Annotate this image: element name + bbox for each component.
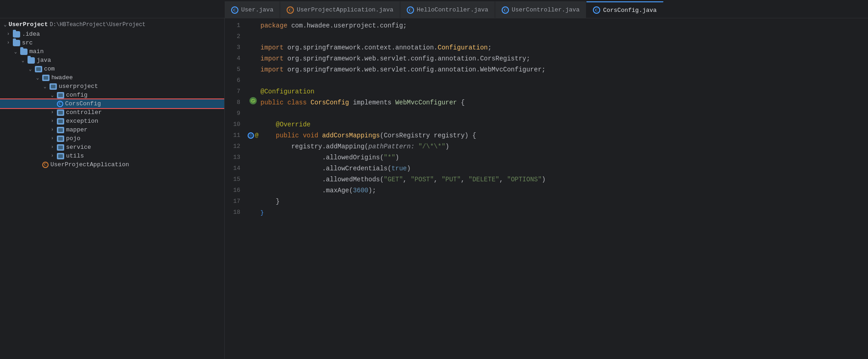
line-content-17: } (259, 196, 868, 207)
tree-item-exception[interactable]: › exception (0, 117, 224, 125)
tab-userproject[interactable]: C UserProjectApplication.java (280, 1, 400, 18)
tree-label-java: java (37, 57, 51, 64)
line-content-8: public class CorsConfig implements WebMv… (259, 97, 868, 108)
project-header: ⌄ UserProject D:\HBTeachProject\UserProj… (0, 20, 224, 29)
line-num-2: 2 (225, 31, 248, 42)
tree-label-src: src (22, 39, 33, 46)
pkg-icon-exception (57, 118, 64, 125)
tree-item-hwadee[interactable]: ⌄ hwadee (0, 73, 224, 82)
line-content-4: import org.springframework.web.servlet.c… (259, 53, 868, 64)
gutter-11: ↑ @ (248, 130, 259, 141)
line-num-8: 8 (225, 97, 248, 108)
code-line-11: 11 ↑ @ public void addCorsMappings(CorsR… (225, 130, 868, 141)
code-line-10: 10 @Override (225, 119, 868, 130)
tree-item-config[interactable]: ⌄ config (0, 91, 224, 99)
line-num-11: 11 (225, 130, 248, 141)
folder-icon-java (28, 57, 35, 64)
override-gutter-icon: ↑ (248, 132, 254, 139)
chevron-mapper: › (50, 127, 55, 132)
tree-label-exception: exception (66, 118, 98, 125)
code-line-5: 5 import org.springframework.web.servlet… (225, 64, 868, 75)
code-line-14: 14 .allowCredentials(true) (225, 163, 868, 174)
project-chevron[interactable]: ⌄ (4, 22, 7, 27)
bean-gutter-icon (249, 97, 257, 104)
line-num-9: 9 (225, 108, 248, 119)
line-content-18: } (259, 207, 868, 218)
code-line-8: 8 public class CorsConfig implements Web… (225, 97, 868, 108)
line-content-13: .allowedOrigins("*") (259, 152, 868, 163)
chevron-java: ⌄ (20, 58, 26, 63)
tab-corsconfig[interactable]: C CorsConfig.java (586, 1, 663, 18)
tab-user[interactable]: C User.java (225, 1, 280, 18)
pkg-icon-mapper (57, 127, 64, 133)
tree-label-mapper: mapper (66, 126, 88, 133)
tab-label-userproject: UserProjectApplication.java (297, 6, 393, 13)
line-num-1: 1 (225, 20, 248, 31)
editor[interactable]: 1 package com.hwadee.userproject.config;… (225, 18, 868, 359)
tree-label-hwadee: hwadee (51, 74, 73, 81)
code-line-4: 4 import org.springframework.web.servlet… (225, 53, 868, 64)
tree-item-main[interactable]: ⌄ main (0, 47, 224, 56)
code-line-13: 13 .allowedOrigins("*") (225, 152, 868, 163)
tree-item-corsconfig[interactable]: C CorsConfig (0, 99, 224, 108)
sidebar: ⌄ UserProject D:\HBTeachProject\UserProj… (0, 18, 225, 359)
chevron-main: ⌄ (13, 49, 18, 54)
pkg-icon-userproject (50, 83, 57, 90)
tab-icon-corsconfig: C (593, 6, 600, 14)
line-num-16: 16 (225, 185, 248, 196)
tree-label-service: service (66, 144, 91, 151)
tree-item-userprojectapp[interactable]: C UserProjectApplication (0, 160, 224, 169)
tree-item-src[interactable]: › src (0, 38, 224, 47)
pkg-icon-controller (57, 109, 64, 116)
tree-label-pojo: pojo (66, 135, 80, 142)
chevron-utils: › (50, 153, 55, 158)
at-gutter-symbol: @ (255, 130, 259, 141)
tree-label-userprojectapp: UserProjectApplication (50, 161, 129, 168)
line-num-15: 15 (225, 174, 248, 185)
tab-icon-hello: C (407, 6, 414, 14)
line-num-18: 18 (225, 207, 248, 218)
tab-label-hello: HelloController.java (417, 6, 488, 13)
tree-item-pojo[interactable]: › pojo (0, 134, 224, 143)
chevron-idea: › (6, 32, 11, 37)
line-num-6: 6 (225, 75, 248, 86)
tree-item-idea[interactable]: › .idea (0, 30, 224, 38)
main-area: ⌄ UserProject D:\HBTeachProject\UserProj… (0, 18, 868, 359)
line-num-12: 12 (225, 141, 248, 152)
line-content-5: import org.springframework.web.servlet.c… (259, 64, 868, 75)
pkg-icon-com (35, 66, 42, 72)
pkg-icon-utils (57, 153, 64, 159)
tree-item-java[interactable]: ⌄ java (0, 56, 224, 65)
code-line-17: 17 } (225, 196, 868, 207)
tab-usercontroller[interactable]: C UserController.java (495, 1, 586, 18)
chevron-hwadee: ⌄ (35, 75, 40, 81)
tree-label-idea: .idea (22, 31, 40, 38)
code-line-12: 12 registry.addMapping(pathPattern: "/\*… (225, 141, 868, 152)
tree-item-com[interactable]: ⌄ com (0, 65, 224, 73)
code-line-16: 16 .maxAge(3600); (225, 185, 868, 196)
line-num-4: 4 (225, 53, 248, 64)
pkg-icon-config (57, 92, 64, 98)
tree-item-mapper[interactable]: › mapper (0, 125, 224, 134)
tab-bar: C User.java C UserProjectApplication.jav… (0, 0, 868, 18)
chevron-pojo: › (50, 136, 55, 141)
line-num-13: 13 (225, 152, 248, 163)
tree-item-userproject[interactable]: ⌄ userproject (0, 82, 224, 91)
folder-icon-src (13, 40, 20, 46)
code-line-7: 7 @Configuration (225, 86, 868, 97)
line-num-17: 17 (225, 196, 248, 207)
code-line-15: 15 .allowedMethods("GET", "POST", "PUT",… (225, 174, 868, 185)
code-line-1: 1 package com.hwadee.userproject.config; (225, 20, 868, 31)
tree-label-userproject: userproject (59, 83, 98, 90)
tree-item-service[interactable]: › service (0, 143, 224, 152)
line-content-7: @Configuration (259, 86, 868, 97)
line-content-10: @Override (259, 119, 868, 130)
line-num-7: 7 (225, 86, 248, 97)
tab-hello[interactable]: C HelloController.java (400, 1, 495, 18)
file-icon-corsconfig: C (57, 101, 63, 107)
chevron-src: › (6, 40, 11, 45)
tree-item-utils[interactable]: › utils (0, 152, 224, 160)
tree-item-controller[interactable]: › controller (0, 108, 224, 117)
code-line-3: 3 import org.springframework.context.ann… (225, 42, 868, 53)
chevron-config: ⌄ (50, 92, 55, 98)
